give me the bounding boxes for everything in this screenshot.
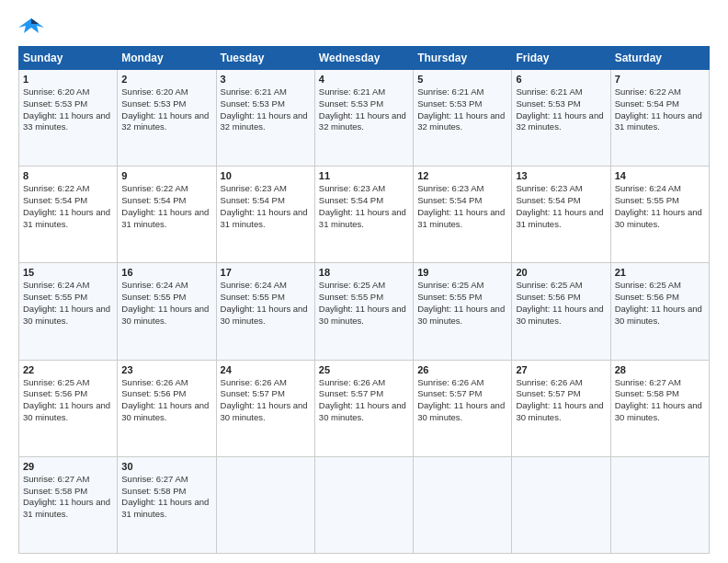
calendar-cell: 19 Sunrise: 6:25 AMSunset: 5:55 PMDaylig…	[414, 263, 512, 360]
day-number: 2	[121, 74, 211, 85]
calendar-week-4: 22 Sunrise: 6:25 AMSunset: 5:56 PMDaylig…	[19, 360, 710, 456]
day-number: 12	[417, 170, 507, 181]
day-info: Sunrise: 6:23 AMSunset: 5:54 PMDaylight:…	[319, 183, 409, 230]
day-info: Sunrise: 6:22 AMSunset: 5:54 PMDaylight:…	[121, 183, 211, 230]
day-number: 17	[221, 267, 311, 278]
day-info: Sunrise: 6:26 AMSunset: 5:57 PMDaylight:…	[417, 377, 507, 424]
day-number: 30	[121, 461, 211, 472]
day-number: 21	[615, 267, 705, 278]
calendar-cell: 13 Sunrise: 6:23 AMSunset: 5:54 PMDaylig…	[512, 167, 610, 263]
calendar-cell: 21 Sunrise: 6:25 AMSunset: 5:56 PMDaylig…	[610, 263, 709, 360]
calendar-cell: 27 Sunrise: 6:26 AMSunset: 5:57 PMDaylig…	[512, 360, 610, 456]
day-number: 13	[516, 170, 606, 181]
day-info: Sunrise: 6:25 AMSunset: 5:55 PMDaylight:…	[319, 280, 409, 327]
day-info: Sunrise: 6:27 AMSunset: 5:58 PMDaylight:…	[23, 474, 113, 521]
header-wednesday: Wednesday	[314, 47, 413, 70]
day-info: Sunrise: 6:24 AMSunset: 5:55 PMDaylight:…	[23, 280, 113, 327]
day-info: Sunrise: 6:21 AMSunset: 5:53 PMDaylight:…	[221, 86, 311, 133]
header-friday: Friday	[512, 47, 610, 70]
day-info: Sunrise: 6:21 AMSunset: 5:53 PMDaylight:…	[417, 86, 507, 133]
calendar-cell: 9 Sunrise: 6:22 AMSunset: 5:54 PMDayligh…	[118, 167, 216, 263]
day-number: 29	[23, 461, 113, 472]
day-info: Sunrise: 6:25 AMSunset: 5:55 PMDaylight:…	[417, 280, 507, 327]
day-info: Sunrise: 6:23 AMSunset: 5:54 PMDaylight:…	[516, 183, 606, 230]
calendar-cell: 3 Sunrise: 6:21 AMSunset: 5:53 PMDayligh…	[216, 70, 314, 167]
calendar-cell: 28 Sunrise: 6:27 AMSunset: 5:58 PMDaylig…	[610, 360, 709, 456]
day-info: Sunrise: 6:22 AMSunset: 5:54 PMDaylight:…	[615, 86, 705, 133]
header-tuesday: Tuesday	[216, 47, 314, 70]
calendar-cell: 30 Sunrise: 6:27 AMSunset: 5:58 PMDaylig…	[118, 456, 216, 553]
day-number: 23	[121, 364, 211, 375]
day-number: 22	[23, 364, 113, 375]
day-info: Sunrise: 6:26 AMSunset: 5:57 PMDaylight:…	[221, 377, 311, 424]
day-number: 7	[615, 74, 705, 85]
calendar-cell: 16 Sunrise: 6:24 AMSunset: 5:55 PMDaylig…	[118, 263, 216, 360]
day-info: Sunrise: 6:27 AMSunset: 5:58 PMDaylight:…	[615, 377, 705, 424]
day-info: Sunrise: 6:23 AMSunset: 5:54 PMDaylight:…	[417, 183, 507, 230]
day-number: 3	[221, 74, 311, 85]
calendar-cell: 18 Sunrise: 6:25 AMSunset: 5:55 PMDaylig…	[314, 263, 413, 360]
header-monday: Monday	[118, 47, 216, 70]
calendar-cell: 14 Sunrise: 6:24 AMSunset: 5:55 PMDaylig…	[610, 167, 709, 263]
day-number: 9	[121, 170, 211, 181]
calendar-week-1: 1 Sunrise: 6:20 AMSunset: 5:53 PMDayligh…	[19, 70, 710, 167]
calendar-table: SundayMondayTuesdayWednesdayThursdayFrid…	[18, 46, 710, 554]
page: SundayMondayTuesdayWednesdayThursdayFrid…	[0, 0, 728, 563]
calendar-cell: 10 Sunrise: 6:23 AMSunset: 5:54 PMDaylig…	[216, 167, 314, 263]
day-info: Sunrise: 6:21 AMSunset: 5:53 PMDaylight:…	[516, 86, 606, 133]
calendar-cell: 4 Sunrise: 6:21 AMSunset: 5:53 PMDayligh…	[314, 70, 413, 167]
logo-bird-icon	[18, 15, 44, 37]
calendar-week-3: 15 Sunrise: 6:24 AMSunset: 5:55 PMDaylig…	[19, 263, 710, 360]
day-number: 4	[319, 74, 409, 85]
calendar-cell: 2 Sunrise: 6:20 AMSunset: 5:53 PMDayligh…	[118, 70, 216, 167]
day-info: Sunrise: 6:22 AMSunset: 5:54 PMDaylight:…	[23, 183, 113, 230]
day-number: 6	[516, 74, 606, 85]
top-area	[18, 15, 710, 37]
day-info: Sunrise: 6:23 AMSunset: 5:54 PMDaylight:…	[221, 183, 311, 230]
day-number: 26	[417, 364, 507, 375]
calendar-cell: 8 Sunrise: 6:22 AMSunset: 5:54 PMDayligh…	[19, 167, 118, 263]
calendar-cell: 15 Sunrise: 6:24 AMSunset: 5:55 PMDaylig…	[19, 263, 118, 360]
calendar-cell: 12 Sunrise: 6:23 AMSunset: 5:54 PMDaylig…	[414, 167, 512, 263]
day-info: Sunrise: 6:24 AMSunset: 5:55 PMDaylight:…	[615, 183, 705, 230]
calendar-header-row: SundayMondayTuesdayWednesdayThursdayFrid…	[19, 47, 710, 70]
calendar-cell: 25 Sunrise: 6:26 AMSunset: 5:57 PMDaylig…	[314, 360, 413, 456]
day-info: Sunrise: 6:25 AMSunset: 5:56 PMDaylight:…	[23, 377, 113, 424]
day-info: Sunrise: 6:26 AMSunset: 5:57 PMDaylight:…	[516, 377, 606, 424]
calendar-cell	[314, 456, 413, 553]
calendar-cell: 29 Sunrise: 6:27 AMSunset: 5:58 PMDaylig…	[19, 456, 118, 553]
calendar-cell: 11 Sunrise: 6:23 AMSunset: 5:54 PMDaylig…	[314, 167, 413, 263]
calendar-cell: 20 Sunrise: 6:25 AMSunset: 5:56 PMDaylig…	[512, 263, 610, 360]
header-thursday: Thursday	[414, 47, 512, 70]
day-number: 25	[319, 364, 409, 375]
day-number: 14	[615, 170, 705, 181]
calendar-cell	[610, 456, 709, 553]
day-info: Sunrise: 6:27 AMSunset: 5:58 PMDaylight:…	[121, 474, 211, 521]
header-sunday: Sunday	[19, 47, 118, 70]
calendar-cell	[414, 456, 512, 553]
day-number: 8	[23, 170, 113, 181]
day-number: 20	[516, 267, 606, 278]
day-number: 15	[23, 267, 113, 278]
day-info: Sunrise: 6:20 AMSunset: 5:53 PMDaylight:…	[23, 86, 113, 133]
day-number: 27	[516, 364, 606, 375]
calendar-week-2: 8 Sunrise: 6:22 AMSunset: 5:54 PMDayligh…	[19, 167, 710, 263]
calendar-cell: 5 Sunrise: 6:21 AMSunset: 5:53 PMDayligh…	[414, 70, 512, 167]
day-info: Sunrise: 6:21 AMSunset: 5:53 PMDaylight:…	[319, 86, 409, 133]
day-info: Sunrise: 6:26 AMSunset: 5:56 PMDaylight:…	[121, 377, 211, 424]
day-info: Sunrise: 6:25 AMSunset: 5:56 PMDaylight:…	[615, 280, 705, 327]
day-number: 24	[221, 364, 311, 375]
calendar-cell: 24 Sunrise: 6:26 AMSunset: 5:57 PMDaylig…	[216, 360, 314, 456]
calendar-cell: 23 Sunrise: 6:26 AMSunset: 5:56 PMDaylig…	[118, 360, 216, 456]
calendar-cell: 22 Sunrise: 6:25 AMSunset: 5:56 PMDaylig…	[19, 360, 118, 456]
day-number: 28	[615, 364, 705, 375]
calendar-cell: 6 Sunrise: 6:21 AMSunset: 5:53 PMDayligh…	[512, 70, 610, 167]
day-info: Sunrise: 6:20 AMSunset: 5:53 PMDaylight:…	[121, 86, 211, 133]
day-number: 11	[319, 170, 409, 181]
day-info: Sunrise: 6:26 AMSunset: 5:57 PMDaylight:…	[319, 377, 409, 424]
day-number: 1	[23, 74, 113, 85]
calendar-cell: 17 Sunrise: 6:24 AMSunset: 5:55 PMDaylig…	[216, 263, 314, 360]
day-number: 10	[221, 170, 311, 181]
day-number: 16	[121, 267, 211, 278]
day-info: Sunrise: 6:24 AMSunset: 5:55 PMDaylight:…	[121, 280, 211, 327]
